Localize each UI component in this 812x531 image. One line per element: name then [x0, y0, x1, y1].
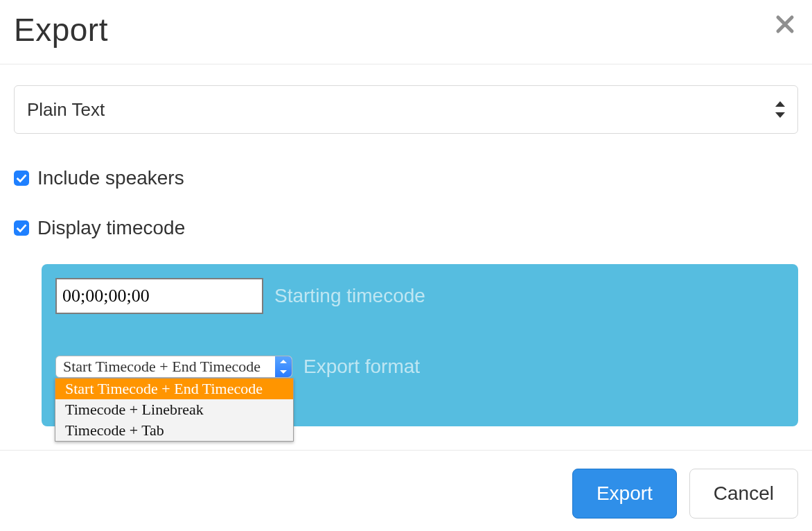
output-format-select[interactable]: Plain Text [14, 85, 798, 134]
display-timecode-checkbox[interactable] [14, 220, 29, 236]
export-format-row: Start Timecode + End Timecode Start Time… [55, 356, 784, 378]
include-speakers-row: Include speakers [14, 167, 798, 189]
cancel-button[interactable]: Cancel [689, 469, 798, 519]
display-timecode-row: Display timecode [14, 217, 798, 239]
dialog-title: Export [14, 14, 108, 46]
starting-timecode-label: Starting timecode [274, 285, 425, 307]
close-button[interactable] [772, 14, 798, 36]
export-format-selected-value: Start Timecode + End Timecode [56, 358, 275, 376]
export-format-label: Export format [303, 356, 420, 378]
modal-footer: Export Cancel [0, 450, 812, 531]
select-arrows-icon [775, 101, 785, 118]
include-speakers-label: Include speakers [37, 167, 184, 189]
starting-timecode-input[interactable] [55, 278, 263, 314]
export-format-option[interactable]: Timecode + Tab [55, 420, 293, 441]
modal-header: Export [0, 0, 812, 64]
select-stepper-icon [275, 356, 292, 377]
export-format-listbox: Start Timecode + End Timecode Timecode +… [55, 378, 294, 442]
export-button[interactable]: Export [572, 469, 677, 519]
display-timecode-label: Display timecode [37, 217, 185, 239]
export-format-option[interactable]: Start Timecode + End Timecode [55, 378, 293, 399]
export-format-option[interactable]: Timecode + Linebreak [55, 399, 293, 420]
close-icon [775, 26, 795, 37]
starting-timecode-row: Starting timecode [55, 278, 784, 314]
output-format-value: Plain Text [27, 99, 105, 121]
include-speakers-checkbox[interactable] [14, 171, 29, 186]
modal-body: Plain Text Include speakers Display time… [0, 64, 812, 426]
timecode-panel: Starting timecode Start Timecode + End T… [42, 264, 798, 426]
export-format-select[interactable]: Start Timecode + End Timecode Start Time… [55, 356, 292, 378]
